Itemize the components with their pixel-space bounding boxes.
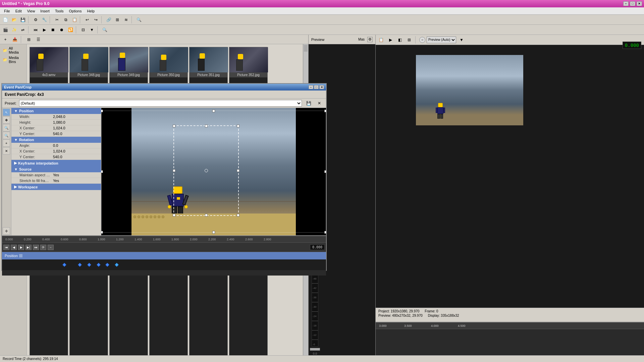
prop-maintain-aspect-value: Yes bbox=[53, 173, 59, 177]
tb-ripple[interactable]: ≋ bbox=[122, 16, 130, 23]
tb-open[interactable]: 📂 bbox=[10, 16, 18, 23]
rt-tb4[interactable]: ⊞ bbox=[405, 36, 413, 44]
tb2-zoom[interactable]: 🔍 bbox=[101, 26, 109, 34]
menu-insert[interactable]: Insert bbox=[38, 8, 52, 14]
keyframe-3[interactable] bbox=[87, 263, 91, 266]
pancrop-header-title: Event Pan/Crop: 4x3 bbox=[5, 92, 44, 97]
tool-move[interactable]: ✢ bbox=[3, 227, 10, 235]
frame-handle-mr[interactable] bbox=[324, 170, 326, 173]
tb2-transitions[interactable]: ⇌ bbox=[19, 26, 27, 34]
tb-undo[interactable]: ↩ bbox=[83, 16, 91, 23]
tb-snap[interactable]: 🔗 bbox=[105, 16, 113, 23]
sep-media bbox=[21, 36, 23, 43]
fader-knob[interactable] bbox=[310, 348, 320, 351]
rt-tb1[interactable]: 📋 bbox=[377, 36, 385, 44]
keyframe-5[interactable] bbox=[105, 263, 109, 266]
tb-zoom-in[interactable]: 🔍 bbox=[135, 16, 143, 23]
pancrop-preview-canvas[interactable] bbox=[101, 108, 326, 235]
tb-properties[interactable]: 🔧 bbox=[40, 16, 48, 23]
pancrop-max-btn[interactable]: □ bbox=[314, 85, 319, 89]
preset-select[interactable]: (Default) bbox=[19, 100, 302, 107]
menu-tools[interactable]: Tools bbox=[52, 8, 66, 14]
tb2-rewind[interactable]: ⏮ bbox=[32, 26, 40, 34]
tool-pan[interactable]: ✥ bbox=[3, 116, 10, 124]
tool-delete-point[interactable]: ✕ bbox=[3, 147, 10, 155]
tb-redo[interactable]: ↪ bbox=[92, 16, 100, 23]
tl-prev-frame[interactable]: ◀ bbox=[11, 245, 17, 250]
menu-options[interactable]: Options bbox=[66, 8, 85, 14]
close-btn[interactable]: ✕ bbox=[637, 1, 642, 6]
tool-zoom-out[interactable]: 🔍 bbox=[3, 132, 10, 139]
frame-handle-tr[interactable] bbox=[324, 110, 326, 112]
pancrop-main-content: ↖ ✥ 🔍 🔍 + ✕ ✢ ▼ Position Width: 2,048.0 … bbox=[2, 108, 326, 235]
tl-play[interactable]: ▶ bbox=[18, 245, 24, 250]
media-import[interactable]: 📥 bbox=[11, 36, 19, 43]
menu-help[interactable]: Help bbox=[84, 8, 97, 14]
tb2-media[interactable]: 🎬 bbox=[1, 26, 9, 34]
frame-handle-bl[interactable] bbox=[101, 231, 103, 234]
frame-handle-tc[interactable] bbox=[212, 110, 215, 112]
tb-grid[interactable]: ⊞ bbox=[113, 16, 121, 23]
preview-circle[interactable]: ○ bbox=[419, 37, 425, 43]
tb-copy[interactable]: ⧉ bbox=[62, 16, 70, 23]
keyframe-4[interactable] bbox=[97, 263, 100, 266]
keyframe-1[interactable] bbox=[62, 263, 66, 266]
tb2-record[interactable]: ⏺ bbox=[58, 26, 66, 34]
tl-next-frame[interactable]: ▶| bbox=[25, 245, 32, 250]
tl-minus[interactable]: − bbox=[48, 245, 54, 250]
frame-handle-br[interactable] bbox=[324, 231, 326, 234]
tb-paste[interactable]: 📋 bbox=[70, 16, 78, 23]
bin-media-bins[interactable]: 📁 Media Bins bbox=[1, 55, 25, 64]
bin-all-media[interactable]: 📁 All Media bbox=[1, 46, 25, 55]
media-add[interactable]: + bbox=[1, 36, 9, 43]
frame-handle-ml[interactable] bbox=[101, 170, 103, 173]
tb-cut[interactable]: ✂ bbox=[53, 16, 61, 23]
tb-new[interactable]: 📄 bbox=[1, 16, 9, 23]
preset-save[interactable]: 💾 bbox=[305, 100, 313, 107]
rt-settings[interactable]: ▼ bbox=[458, 36, 466, 44]
tb-save[interactable]: 💾 bbox=[19, 16, 27, 23]
preview-mode-select[interactable]: Preview (Auto) bbox=[427, 37, 456, 43]
master-lego-figure bbox=[436, 103, 444, 119]
tb2-loop[interactable]: 🔁 bbox=[66, 26, 74, 34]
keyframe-2[interactable] bbox=[78, 263, 82, 266]
media-view-list[interactable]: ☰ bbox=[34, 36, 42, 43]
keyframe-area[interactable] bbox=[2, 259, 326, 270]
tl-rewind[interactable]: ⏮ bbox=[3, 245, 9, 250]
rt-tb3[interactable]: ◧ bbox=[396, 36, 404, 44]
frame-handle-bc[interactable] bbox=[212, 231, 215, 234]
prop-maintain-aspect-label: Maintain aspect … bbox=[19, 173, 53, 177]
tool-zoom-in[interactable]: 🔍 bbox=[3, 124, 10, 131]
tb2-effects[interactable]: ✨ bbox=[10, 26, 18, 34]
keyframe-6[interactable] bbox=[115, 263, 118, 266]
section-source[interactable]: ▼ Source bbox=[11, 166, 101, 172]
rt-tb2[interactable]: ▶ bbox=[386, 36, 394, 44]
menu-file[interactable]: File bbox=[1, 8, 13, 14]
tool-add-point[interactable]: + bbox=[3, 139, 10, 147]
preview-header: Preview Mas ⚙ bbox=[309, 35, 375, 44]
minimize-btn[interactable]: − bbox=[623, 1, 629, 6]
separator8 bbox=[97, 26, 99, 34]
frame-handle-tl[interactable] bbox=[101, 110, 103, 112]
menu-edit[interactable]: Edit bbox=[13, 8, 24, 14]
section-rotation[interactable]: ▼ Rotation bbox=[11, 137, 101, 143]
tb2-edit-mode[interactable]: ▼ bbox=[88, 26, 96, 34]
tb-render[interactable]: ⚙ bbox=[32, 16, 40, 23]
media-view-thumb[interactable]: ⊞ bbox=[25, 36, 33, 43]
preset-close[interactable]: ✕ bbox=[315, 100, 323, 107]
section-position[interactable]: ▼ Position bbox=[11, 108, 101, 114]
pancrop-close-btn[interactable]: ✕ bbox=[319, 85, 324, 89]
tb2-tracks[interactable]: ⊟ bbox=[79, 26, 87, 34]
maximize-btn[interactable]: □ bbox=[630, 1, 635, 6]
preview-settings[interactable]: ⚙ bbox=[367, 37, 373, 42]
tl-loop[interactable]: ⟳ bbox=[40, 245, 46, 250]
section-workspace[interactable]: ▶ Workspace bbox=[11, 184, 101, 190]
section-keyframe[interactable]: ▶ Keyframe interpolation bbox=[11, 160, 101, 166]
tb2-stop[interactable]: ⏹ bbox=[49, 26, 57, 34]
menu-view[interactable]: View bbox=[24, 8, 38, 14]
frame-info: Frame: 0 bbox=[425, 309, 438, 313]
pancrop-min-btn[interactable]: − bbox=[309, 85, 313, 89]
tl-end[interactable]: ⏭ bbox=[33, 245, 39, 250]
tb2-play[interactable]: ▶ bbox=[40, 26, 48, 34]
tool-select[interactable]: ↖ bbox=[3, 109, 10, 116]
